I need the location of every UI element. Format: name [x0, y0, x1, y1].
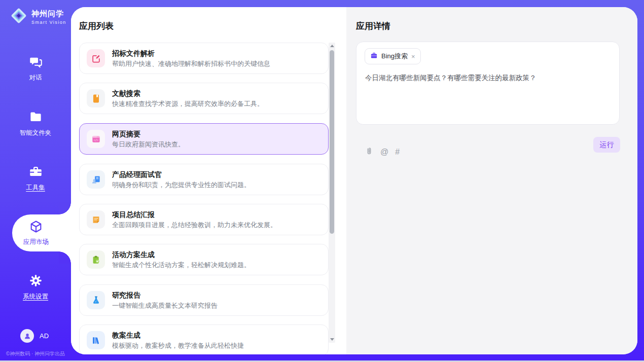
- app-card-literature-search[interactable]: 文献搜索 快速精准查找学术资源，提高研究效率的必备工具。: [79, 83, 329, 114]
- person-icon: [23, 332, 31, 340]
- sidebar-item-settings[interactable]: 系统设置: [0, 274, 71, 301]
- app-card-title: 研究报告: [112, 291, 218, 300]
- sidebar-item-app-market[interactable]: 应用市场: [12, 214, 71, 251]
- sidebar-item-label: 工具集: [0, 184, 71, 192]
- sidebar-item-label: 系统设置: [0, 293, 71, 301]
- query-text[interactable]: 今日湖北有哪些新闻要点？有哪些需要关注的最新政策？: [365, 74, 609, 83]
- brand: 神州问学 Smart Vision: [9, 6, 66, 27]
- app-card-desc: 全面回顾项目进展，总结经验教训，助力未来优化发展。: [112, 221, 277, 229]
- app-list-title: 应用列表: [79, 20, 114, 32]
- scroll-down-arrow[interactable]: [329, 336, 335, 343]
- browser-code-icon: </>: [87, 130, 105, 148]
- scroll-up-arrow[interactable]: [329, 43, 335, 49]
- user-account[interactable]: AD: [20, 329, 49, 343]
- app-card-title: 教案生成: [112, 331, 244, 340]
- app-detail-panel: 应用详情 Bing搜索 × 今日湖北有哪些新闻要点？有哪些需要关注的最新政策？: [346, 7, 637, 354]
- sidebar-item-smart-folder[interactable]: 智能文件夹: [0, 110, 71, 137]
- app-card-title: 网页摘要: [112, 129, 185, 138]
- user-name: AD: [40, 332, 49, 340]
- sidebar-item-toolset[interactable]: 工具集: [0, 165, 71, 192]
- flask-icon: [87, 291, 105, 309]
- app-card-lesson-plan[interactable]: 教案生成 模板驱动，教案秒成，教学准备从此轻松快捷: [79, 324, 329, 354]
- note-icon: [87, 210, 105, 229]
- avatar[interactable]: [20, 329, 34, 343]
- interviewer-icon: [87, 170, 105, 189]
- svg-text:</>: </>: [93, 138, 98, 141]
- composer-toolbar: @ #: [365, 146, 400, 158]
- folder-icon: [29, 117, 43, 125]
- at-icon[interactable]: @: [380, 148, 388, 157]
- main-panel: 应用列表 招标文件解析 帮助用户快速、准确地理解和解析招标书中的关键信息: [71, 7, 637, 354]
- app-card-title: 文献搜索: [112, 89, 264, 98]
- gear-icon: [29, 280, 43, 289]
- app-card-desc: 模板驱动，教案秒成，教学准备从此轻松快捷: [112, 341, 244, 350]
- cube-icon: [29, 220, 43, 236]
- briefcase-icon: [370, 52, 378, 61]
- app-card-desc: 每日政府新闻资讯快查。: [112, 140, 185, 149]
- toolbox-icon: [29, 171, 43, 180]
- clipboard-check-icon: [87, 250, 105, 269]
- app-detail-title: 应用详情: [356, 20, 390, 32]
- books-icon: [87, 331, 105, 349]
- app-card-desc: 一键智能生成高质量长文本研究报告: [112, 301, 218, 310]
- run-button[interactable]: 运行: [593, 137, 620, 153]
- app-card-desc: 智能生成个性化活动方案，轻松解决规划难题。: [112, 261, 251, 269]
- app-window: 神州问学 Smart Vision 对话 智能文件夹: [0, 0, 644, 362]
- app-card-tender-analysis[interactable]: 招标文件解析 帮助用户快速、准确地理解和解析招标书中的关键信息: [79, 43, 329, 74]
- chip-close-icon[interactable]: ×: [411, 53, 415, 60]
- app-card-desc: 明确身份和职责，为您提供专业性的面试问题。: [112, 180, 251, 189]
- edit-square-icon: [87, 49, 105, 67]
- brand-tagline: Smart Vision: [31, 20, 66, 25]
- book-icon: [87, 89, 105, 107]
- sidebar-item-chat[interactable]: 对话: [0, 55, 71, 82]
- app-list-panel: 应用列表 招标文件解析 帮助用户快速、准确地理解和解析招标书中的关键信息: [71, 7, 346, 354]
- brand-name: 神州问学: [31, 9, 66, 19]
- app-list-scrollbar[interactable]: [329, 43, 335, 343]
- app-card-pm-interviewer[interactable]: 产品经理面试官 明确身份和职责，为您提供专业性的面试问题。: [79, 164, 329, 195]
- sidebar-item-label: 对话: [0, 74, 71, 82]
- bubble-notch-bottom: [59, 251, 71, 264]
- app-card-project-summary[interactable]: 项目总结汇报 全面回顾项目进展，总结经验教训，助力未来优化发展。: [79, 204, 329, 235]
- bubble-notch-top: [59, 202, 71, 214]
- sidebar: 神州问学 Smart Vision 对话 智能文件夹: [0, 0, 71, 362]
- app-card-title: 活动方案生成: [112, 250, 251, 259]
- app-card-title: 产品经理面试官: [112, 170, 251, 179]
- paperclip-icon[interactable]: [365, 146, 374, 158]
- app-card-research-report[interactable]: 研究报告 一键智能生成高质量长文本研究报告: [79, 284, 329, 316]
- app-card-event-plan[interactable]: 活动方案生成 智能生成个性化活动方案，轻松解决规划难题。: [79, 244, 329, 275]
- tool-chip-bing-search[interactable]: Bing搜索 ×: [365, 48, 421, 64]
- composer-card: Bing搜索 × 今日湖北有哪些新闻要点？有哪些需要关注的最新政策？ @ #: [356, 42, 620, 125]
- app-card-title: 项目总结汇报: [112, 210, 277, 219]
- app-card-desc: 快速精准查找学术资源，提高研究效率的必备工具。: [112, 99, 264, 108]
- tool-chip-label: Bing搜索: [381, 52, 408, 61]
- scrollbar-thumb[interactable]: [330, 50, 334, 234]
- chat-icon: [29, 61, 43, 70]
- copyright-text: ©神州数码 · 神州问学出品: [0, 350, 71, 357]
- app-card-desc: 帮助用户快速、准确地理解和解析招标书中的关键信息: [112, 59, 270, 68]
- hash-icon[interactable]: #: [395, 148, 400, 157]
- brand-logo-icon: [9, 6, 28, 27]
- app-card-web-summary[interactable]: </> 网页摘要 每日政府新闻资讯快查。: [79, 123, 329, 155]
- sidebar-item-label: 应用市场: [23, 238, 49, 246]
- app-card-title: 招标文件解析: [112, 49, 270, 58]
- sidebar-item-label: 智能文件夹: [0, 129, 71, 137]
